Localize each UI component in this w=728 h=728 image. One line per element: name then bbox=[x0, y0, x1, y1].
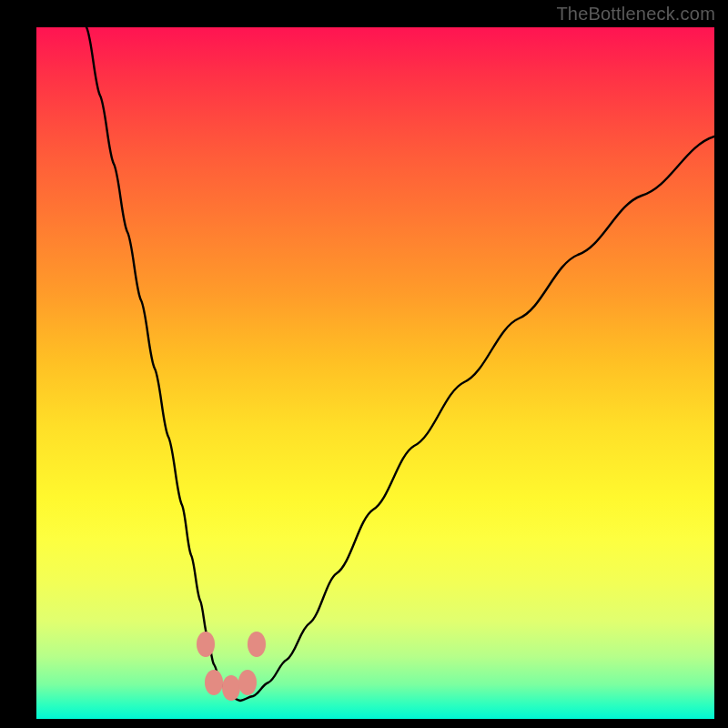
watermark-text: TheBottleneck.com bbox=[556, 4, 715, 25]
plot-area bbox=[36, 27, 714, 719]
chart-frame: TheBottleneck.com bbox=[0, 0, 728, 728]
marker-bottom-3 bbox=[238, 670, 257, 695]
bottleneck-curve bbox=[36, 27, 714, 719]
marker-right-upper bbox=[248, 632, 266, 657]
marker-bottom-1 bbox=[205, 670, 223, 695]
marker-bottom-2 bbox=[222, 675, 240, 701]
marker-left-upper bbox=[197, 632, 215, 657]
